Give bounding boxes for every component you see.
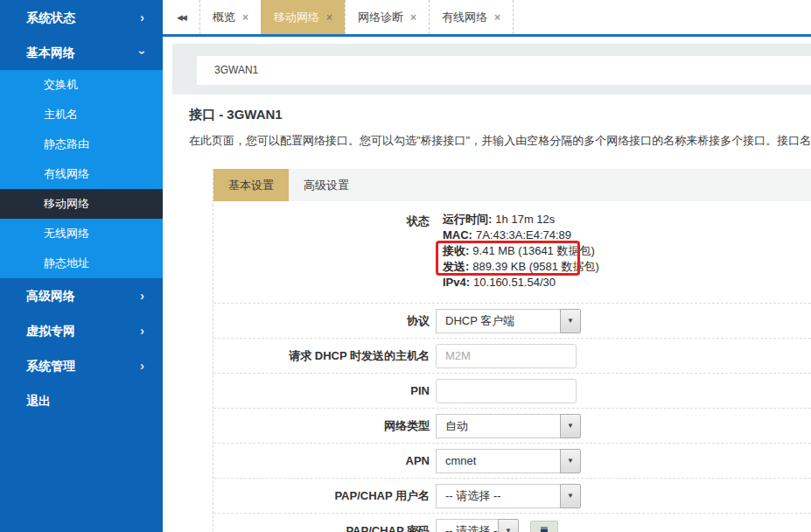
field-label: 网络类型 (213, 418, 430, 434)
mac-line: MAC:7A:43:3A:E4:74:89 (443, 228, 599, 243)
chevron-down-icon: › (125, 51, 160, 55)
network-type-row: 网络类型 自动 ▼ (213, 409, 811, 444)
status-values: 运行时间:1h 17m 12s MAC:7A:43:3A:E4:74:89 接收… (436, 212, 599, 290)
field-label: 协议 (213, 313, 430, 329)
sidebar-item-label: 虚拟专网 (26, 324, 75, 338)
chevron-right-icon: › (140, 348, 144, 383)
pin-row: PIN (213, 374, 811, 409)
pap-chap-username-select[interactable]: -- 请选择 -- ▼ (436, 484, 581, 508)
dhcp-hostname-row: 请求 DHCP 时发送的主机名 (213, 339, 811, 374)
field-label: PAP/CHAP 密码 (213, 523, 430, 532)
tab-mobile-network[interactable]: 移动网络 × (261, 0, 345, 34)
sidebar-item-label: 系统状态 (26, 10, 75, 24)
close-icon[interactable]: × (410, 11, 416, 24)
sidebar-item-basic-network[interactable]: 基本网络 › (0, 35, 163, 70)
rx-line: 接收:9.41 MB (13641 数据包) (443, 243, 599, 259)
pap-chap-password-row: PAP/CHAP 密码 -- 请选择 -- ▼ (213, 514, 811, 532)
page-title: 接口 - 3GWAN1 (189, 107, 811, 123)
sidebar-item-hostname[interactable]: 主机名 (0, 100, 163, 130)
status-row: 状态 运行时间:1h 17m 12s MAC:7A:43:3A:E4:74:89… (213, 201, 811, 304)
chevron-right-icon: › (140, 313, 144, 348)
apn-row: APN cmnet ▼ (213, 444, 811, 479)
select-value: DHCP 客户端 (436, 309, 561, 333)
interface-config-section: 基本设置 高级设置 状态 运行时间:1h 17m 12s MAC:7A:43:3… (213, 169, 811, 532)
dhcp-hostname-input[interactable] (436, 344, 577, 368)
dropdown-arrow-icon[interactable]: ▼ (498, 519, 519, 532)
tab-label: 概览 (213, 10, 235, 25)
sidebar-item-static-address[interactable]: 静态地址 (0, 248, 163, 278)
sidebar-item-system-status[interactable]: 系统状态 › (0, 0, 163, 35)
close-icon[interactable]: × (242, 11, 248, 24)
close-icon[interactable]: × (494, 11, 500, 24)
section-tab-strip: 基本设置 高级设置 (213, 169, 811, 201)
select-value: -- 请选择 -- (436, 484, 561, 508)
main-content: ◀◀ 概览 × 移动网络 × 网络诊断 × 有线网络 × 3GWAN1 接口 -… (163, 0, 811, 532)
dropdown-arrow-icon[interactable]: ▼ (560, 414, 581, 438)
protocol-row: 协议 DHCP 客户端 ▼ (213, 304, 811, 339)
sidebar: 系统状态 › 基本网络 › 交换机 主机名 静态路由 有线网络 移动网络 无线网… (0, 0, 163, 532)
tab-wired-network[interactable]: 有线网络 × (429, 0, 514, 34)
close-icon[interactable]: × (326, 11, 332, 24)
tab-overview[interactable]: 概览 × (199, 0, 261, 34)
tab-label: 网络诊断 (358, 10, 403, 25)
chevron-right-icon: › (140, 0, 144, 35)
dropdown-arrow-icon[interactable]: ▼ (560, 449, 581, 473)
sidebar-item-label: 系统管理 (26, 359, 75, 373)
apn-select[interactable]: cmnet ▼ (436, 449, 581, 473)
sidebar-item-logout[interactable]: 退出 (0, 383, 163, 418)
ipv4-line: IPv4:10.160.51.54/30 (443, 275, 599, 290)
collapse-tabs-button[interactable]: ◀◀ (163, 0, 199, 34)
select-value: -- 请选择 -- (436, 519, 499, 532)
sidebar-item-label: 高级网络 (26, 289, 75, 303)
tab-advanced-settings[interactable]: 高级设置 (289, 169, 364, 201)
sidebar-item-vpn[interactable]: 虚拟专网 › (0, 313, 163, 348)
sidebar-item-wireless-network[interactable]: 无线网络 (0, 219, 163, 248)
field-label: 请求 DHCP 时发送的主机名 (213, 348, 430, 364)
uptime-line: 运行时间:1h 17m 12s (443, 212, 599, 228)
tiny-image-icon (541, 527, 548, 532)
field-label: PIN (213, 384, 430, 397)
tab-label: 有线网络 (442, 10, 487, 25)
sidebar-item-switch[interactable]: 交换机 (0, 70, 163, 100)
sidebar-item-label: 基本网络 (26, 46, 75, 60)
breadcrumb: 3GWAN1 (197, 56, 811, 85)
sidebar-submenu: 交换机 主机名 静态路由 有线网络 移动网络 无线网络 静态地址 (0, 70, 163, 278)
protocol-select[interactable]: DHCP 客户端 ▼ (436, 309, 581, 333)
tab-label: 移动网络 (274, 10, 319, 25)
chevron-right-icon: › (140, 278, 144, 313)
network-type-select[interactable]: 自动 ▼ (436, 414, 581, 438)
dropdown-arrow-icon[interactable]: ▼ (560, 484, 581, 508)
breadcrumb-panel: 3GWAN1 (172, 44, 811, 94)
extra-action-button[interactable] (530, 521, 558, 532)
tab-basic-settings[interactable]: 基本设置 (213, 169, 289, 201)
pap-chap-username-row: PAP/CHAP 用户名 -- 请选择 -- ▼ (213, 479, 811, 514)
sidebar-item-wired-network[interactable]: 有线网络 (0, 159, 163, 189)
page-description: 在此页面，您可以配置网络接口。您可以勾选"桥接接口"，并输入由空格分隔的多个网络… (189, 133, 811, 149)
pin-input[interactable] (436, 379, 577, 403)
select-value: 自动 (436, 414, 561, 438)
sidebar-item-advanced-network[interactable]: 高级网络 › (0, 278, 163, 313)
pap-chap-password-select[interactable]: -- 请选择 -- ▼ (436, 519, 519, 532)
field-label: APN (213, 454, 430, 467)
select-value: cmnet (436, 449, 561, 473)
tab-network-diagnostics[interactable]: 网络诊断 × (345, 0, 429, 34)
sidebar-item-mobile-network[interactable]: 移动网络 (0, 189, 163, 219)
tx-line: 发送:889.39 KB (9581 数据包) (443, 259, 599, 275)
double-chevron-left-icon: ◀◀ (177, 13, 185, 22)
sidebar-item-system-management[interactable]: 系统管理 › (0, 348, 163, 383)
field-label: PAP/CHAP 用户名 (213, 488, 430, 504)
dropdown-arrow-icon[interactable]: ▼ (560, 309, 581, 333)
sidebar-item-static-routes[interactable]: 静态路由 (0, 130, 163, 159)
sidebar-item-label: 退出 (26, 394, 51, 408)
tab-bar: ◀◀ 概览 × 移动网络 × 网络诊断 × 有线网络 × (163, 0, 811, 37)
status-label: 状态 (213, 212, 430, 229)
